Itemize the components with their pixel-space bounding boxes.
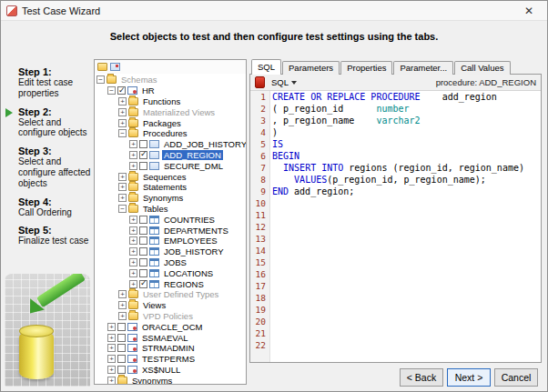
expand-icon[interactable]: + xyxy=(118,312,127,320)
checkbox[interactable] xyxy=(139,258,147,266)
tree-item-tables[interactable]: −Tables xyxy=(95,204,246,215)
tree-item-oracle-ocm[interactable]: +ORACLE_OCM xyxy=(95,321,246,332)
tree-item-synonyms[interactable]: +Synonyms xyxy=(95,375,246,385)
code-text xyxy=(269,221,272,233)
line-number: 7 xyxy=(250,162,269,174)
expand-icon[interactable]: + xyxy=(118,194,127,202)
tab-parameter[interactable]: Parameter... xyxy=(393,61,453,75)
tree-item-locations[interactable]: +LOCATIONS xyxy=(95,267,246,278)
back-button[interactable]: < Back xyxy=(400,368,443,387)
expand-icon[interactable]: + xyxy=(129,162,137,170)
expand-icon[interactable]: + xyxy=(129,258,137,266)
expand-icon[interactable]: + xyxy=(118,290,127,298)
tree-item-secure-dml[interactable]: +SECURE_DML xyxy=(95,160,246,171)
checkbox[interactable] xyxy=(139,151,147,159)
tree-item-procedures[interactable]: −Procedures xyxy=(95,128,246,139)
tree-item-strmadmin[interactable]: +STRMADMIN xyxy=(95,343,246,354)
tree-item-ssmaeval[interactable]: +SSMAEVAL xyxy=(95,332,246,343)
app-icon xyxy=(6,5,17,16)
tree-item-schemas[interactable]: −Schemas xyxy=(95,75,246,85)
tree-item-statements[interactable]: +Statements xyxy=(95,182,246,193)
proc-icon xyxy=(149,151,159,159)
checkbox[interactable] xyxy=(117,323,126,331)
checkbox[interactable] xyxy=(117,366,126,374)
expand-icon[interactable]: + xyxy=(118,97,127,106)
tree-item-regions[interactable]: +REGIONS xyxy=(95,278,246,289)
line-number: 1 xyxy=(250,91,269,103)
test-case-wizard-dialog: Test Case Wizard ✕ Select objects to tes… xyxy=(0,0,548,392)
checkbox[interactable] xyxy=(139,236,147,245)
objects-filter-icon[interactable] xyxy=(110,63,120,71)
expand-icon[interactable]: + xyxy=(107,344,116,352)
collapse-icon[interactable]: − xyxy=(118,205,127,213)
checkbox[interactable] xyxy=(139,247,147,256)
tab-sql[interactable]: SQL xyxy=(251,59,281,75)
tree-item-add-region[interactable]: +ADD_REGION xyxy=(95,150,246,161)
code-editor[interactable]: 1CREATE OR REPLACE PROCEDURE add_region2… xyxy=(250,91,541,362)
expand-icon[interactable]: + xyxy=(129,226,137,235)
expand-icon[interactable]: + xyxy=(129,216,137,224)
collapse-icon[interactable]: − xyxy=(118,129,127,137)
expand-icon[interactable]: + xyxy=(118,183,127,191)
checkbox[interactable] xyxy=(117,355,126,363)
tree-item-vpd-policies[interactable]: +VPD Policies xyxy=(95,311,246,322)
expand-icon[interactable]: + xyxy=(107,334,116,342)
tab-parameters[interactable]: Parameters xyxy=(282,61,340,75)
checkbox[interactable] xyxy=(139,216,147,224)
tree-item-add-job-history[interactable]: +ADD_JOB_HISTORY xyxy=(95,139,246,150)
sql-mode-dropdown[interactable]: SQL xyxy=(269,76,299,88)
tree-item-jobs[interactable]: +JOBS xyxy=(95,257,246,268)
expand-icon[interactable]: + xyxy=(129,236,137,245)
expand-icon[interactable]: + xyxy=(129,280,137,288)
tree-item-countries[interactable]: +COUNTRIES xyxy=(95,214,246,225)
code-line: 12 xyxy=(250,221,541,233)
tree-item-materialized-views[interactable]: +Materialized Views xyxy=(95,106,246,117)
tree-label: Schemas xyxy=(119,75,159,85)
tab-properties[interactable]: Properties xyxy=(340,61,392,75)
expand-icon[interactable]: + xyxy=(118,301,127,309)
tree-item-user-defined-types[interactable]: +User Defined Types xyxy=(95,289,246,300)
tree-item-xs-null[interactable]: +XS$NULL xyxy=(95,365,246,376)
expand-icon[interactable]: + xyxy=(129,140,137,148)
expand-icon[interactable]: + xyxy=(107,366,116,374)
schemas-folder-icon[interactable] xyxy=(97,63,107,71)
checkbox[interactable] xyxy=(117,334,126,342)
object-tree-panel: −Schemas−HR+Functions+Materialized Views… xyxy=(94,59,247,385)
collapse-icon[interactable]: − xyxy=(107,86,116,95)
tree-item-testperms[interactable]: +TESTPERMS xyxy=(95,354,246,365)
checkbox[interactable] xyxy=(117,86,126,95)
expand-icon[interactable]: + xyxy=(129,151,137,159)
cancel-button[interactable]: Cancel xyxy=(494,368,538,387)
expand-icon[interactable]: + xyxy=(107,323,116,331)
expand-icon[interactable]: + xyxy=(118,119,127,127)
next-button[interactable]: Next > xyxy=(447,368,491,387)
expand-icon[interactable]: + xyxy=(118,173,127,181)
expand-icon[interactable]: + xyxy=(129,269,137,277)
tree-item-functions[interactable]: +Functions xyxy=(95,96,246,107)
checkbox[interactable] xyxy=(139,140,147,148)
tree-item-job-history[interactable]: +JOB_HISTORY xyxy=(95,246,246,257)
tree-label: Synonyms xyxy=(141,193,185,203)
tree-item-employees[interactable]: +EMPLOYEES xyxy=(95,236,246,246)
tab-call-values[interactable]: Call Values xyxy=(454,61,510,75)
tree-item-departments[interactable]: +DEPARTMENTS xyxy=(95,225,246,236)
table-icon xyxy=(149,258,159,266)
expand-icon[interactable]: + xyxy=(107,377,116,385)
checkbox[interactable] xyxy=(139,162,147,170)
expand-icon[interactable]: + xyxy=(107,355,116,363)
close-icon[interactable]: ✕ xyxy=(516,5,542,17)
code-text: ) xyxy=(269,126,278,138)
tree-item-hr[interactable]: −HR xyxy=(95,85,246,96)
tree-item-sequences[interactable]: +Sequences xyxy=(95,171,246,182)
tree-item-synonyms[interactable]: +Synonyms xyxy=(95,193,246,204)
code-text: END add_region; xyxy=(269,186,354,197)
tree-item-views[interactable]: +Views xyxy=(95,300,246,311)
checkbox[interactable] xyxy=(139,269,147,277)
checkbox[interactable] xyxy=(139,280,147,288)
checkbox[interactable] xyxy=(117,344,126,352)
tree-item-packages[interactable]: +Packages xyxy=(95,117,246,128)
expand-icon[interactable]: + xyxy=(118,108,127,116)
collapse-icon[interactable]: − xyxy=(96,75,105,84)
checkbox[interactable] xyxy=(139,226,147,235)
expand-icon[interactable]: + xyxy=(129,247,137,256)
